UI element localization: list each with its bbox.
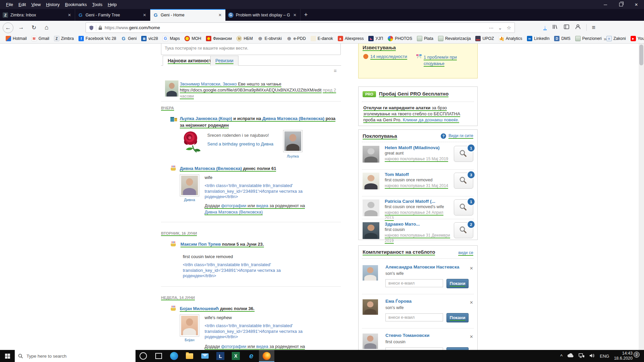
help-icon[interactable]: ? bbox=[441, 133, 446, 139]
taskbar-app-explorer[interactable] bbox=[182, 350, 197, 362]
maximize-button[interactable] bbox=[613, 0, 629, 9]
avatar-stevcho[interactable] bbox=[363, 334, 378, 349]
language-indicator[interactable]: ENG bbox=[600, 354, 609, 359]
avatar-helen[interactable] bbox=[363, 146, 379, 163]
page-actions-icon[interactable]: ⋯ bbox=[489, 25, 494, 31]
post-news-input[interactable] bbox=[161, 44, 340, 55]
minimize-button[interactable] bbox=[598, 0, 613, 9]
account-icon[interactable] bbox=[575, 24, 581, 31]
scrollbar-thumb[interactable] bbox=[639, 45, 643, 65]
dismiss-icon[interactable]: ✕ bbox=[470, 266, 473, 271]
bookmark-maps[interactable]: Maps bbox=[160, 36, 182, 41]
invite-email-input[interactable] bbox=[385, 279, 443, 287]
avatar-tom[interactable] bbox=[363, 173, 379, 189]
bookmark-youtube[interactable]: YouTube bbox=[628, 36, 644, 41]
merge-issues-link[interactable]: 1 проблем/и приспојување bbox=[416, 54, 473, 67]
start-button[interactable] bbox=[0, 350, 15, 362]
tab-close-icon[interactable]: ✕ bbox=[217, 13, 223, 17]
pocket-icon[interactable]: ⌄ bbox=[498, 25, 502, 31]
match-name[interactable]: Tom Matoff bbox=[385, 172, 450, 177]
tab-geni-home-active[interactable]: Geni - Home ✕ bbox=[150, 9, 225, 21]
menu-bookmarks[interactable]: Bookmarks bbox=[62, 1, 90, 8]
bookmark-zimbra[interactable]: Zimbra bbox=[52, 36, 76, 41]
profile-link-divna[interactable]: Дивна Матовска (Велковска) bbox=[205, 209, 263, 215]
invite-button[interactable]: Покани bbox=[446, 313, 469, 322]
home-button[interactable]: ⌂ bbox=[42, 22, 52, 33]
taskbar-search-input[interactable] bbox=[26, 353, 121, 359]
bookmark-gmail[interactable]: Gmail bbox=[29, 36, 52, 41]
dismiss-icon[interactable]: ✕ bbox=[470, 300, 473, 305]
inconsistencies-link[interactable]: ✕ 14 недоследности bbox=[363, 54, 407, 60]
close-button[interactable]: ✕ bbox=[629, 0, 644, 9]
tab-problem-text-display[interactable]: Problem with text display – Gen ✕ bbox=[225, 9, 301, 21]
tab-close-icon[interactable]: ✕ bbox=[67, 13, 72, 17]
profile-link-bojan[interactable]: Бојан Милошевић bbox=[180, 306, 219, 311]
match-review-button[interactable]: 1 bbox=[454, 146, 473, 162]
menu-file[interactable]: File bbox=[3, 1, 16, 8]
tab-latest-activity[interactable]: Најнови активност bbox=[163, 56, 216, 66]
birthday-greeting-link[interactable]: Send a birthday greeting to Дивна bbox=[207, 141, 273, 146]
invite-email-input[interactable] bbox=[385, 313, 443, 321]
add-videos-link[interactable]: видеа bbox=[256, 203, 268, 208]
invite-email-input[interactable] bbox=[385, 348, 443, 350]
photo-frame-ljupka[interactable] bbox=[283, 130, 303, 152]
photo-caption-ljupka[interactable]: Љупка bbox=[283, 154, 303, 158]
bookmark-aliexpress[interactable]: Aliexpress bbox=[335, 36, 366, 41]
match-last-date[interactable]: најново поклопување 31 Декември 2019 bbox=[385, 233, 450, 243]
network-icon[interactable] bbox=[579, 353, 585, 359]
menu-view[interactable]: View bbox=[29, 1, 43, 8]
bookmark-vic28[interactable]: vic28 bbox=[139, 36, 160, 41]
invite-button[interactable]: Покани bbox=[446, 279, 469, 288]
reload-button[interactable]: ↻ bbox=[29, 22, 39, 33]
dismiss-icon[interactable]: ✕ bbox=[470, 334, 473, 339]
task-view-button[interactable] bbox=[151, 350, 166, 362]
hamburger-menu-icon[interactable]: ≡ bbox=[592, 24, 596, 31]
avatar-aleksandra[interactable] bbox=[363, 265, 378, 281]
tab-close-icon[interactable]: ✕ bbox=[142, 13, 147, 17]
invite-button[interactable]: Покани bbox=[446, 347, 469, 350]
sidebar-toggle-icon[interactable] bbox=[564, 24, 570, 31]
bookmark-plata[interactable]: Plata bbox=[415, 36, 436, 41]
add-photos-link[interactable]: фотографии bbox=[221, 203, 246, 208]
bookmark-upoz[interactable]: UPOZ bbox=[473, 36, 496, 41]
menu-edit[interactable]: Edit bbox=[16, 1, 29, 8]
taskbar-app-l[interactable] bbox=[213, 350, 228, 362]
taskbar-clock[interactable]: 14:4318.6.2020 bbox=[614, 351, 633, 361]
url-bar[interactable]: https://www.geni.com/home ⋯ ⌄ ☆ bbox=[86, 22, 515, 33]
match-review-button[interactable]: 1 bbox=[454, 199, 473, 216]
match-last-date[interactable]: најново поклопување 15 Мај 2019 bbox=[385, 156, 450, 162]
bookmarks-overflow-icon[interactable]: » bbox=[604, 34, 606, 44]
bookmark-finansii[interactable]: Финансии bbox=[204, 36, 234, 41]
completeness-see-all-link[interactable]: види се bbox=[458, 250, 473, 255]
menu-history[interactable]: History bbox=[43, 1, 62, 8]
taskbar-app-mail[interactable] bbox=[197, 350, 213, 362]
bookmark-penzioneri[interactable]: Penzioneri bbox=[573, 36, 604, 41]
bookmark-facebook[interactable]: Facebook Vic 28 bbox=[76, 36, 118, 41]
add-photos-link[interactable]: фотографии bbox=[221, 344, 246, 349]
bookmark-nbm[interactable]: НБМ bbox=[234, 36, 255, 41]
match-name[interactable]: Здравко Мато... bbox=[385, 222, 450, 227]
taskbar-app-ie[interactable] bbox=[244, 350, 259, 362]
matches-see-all-link[interactable]: Види ги сите bbox=[448, 133, 473, 139]
bookmark-zakoni[interactable]: Zakoni bbox=[604, 36, 628, 41]
tab-zimbra-inbox[interactable]: Zimbra: Inbox ✕ bbox=[0, 9, 75, 21]
invite-name[interactable]: Ема Ѓорова bbox=[385, 299, 466, 304]
profile-link-maksim[interactable]: Максим Поп Трпев bbox=[180, 242, 221, 247]
profile-link-divna[interactable]: Дивна Матовска (Велковска) bbox=[262, 116, 324, 121]
match-review-button[interactable]: 3 bbox=[454, 173, 473, 189]
new-tab-button[interactable]: + bbox=[301, 9, 311, 21]
bookmark-geni[interactable]: Geni bbox=[118, 36, 139, 41]
volume-icon[interactable] bbox=[589, 353, 595, 359]
profile-link-zvonimir[interactable]: Звонимир Матовски, Звонко bbox=[180, 81, 237, 86]
bookmark-epdd[interactable]: e-PDD bbox=[284, 36, 308, 41]
bookmark-linkedin[interactable]: LinkedIn bbox=[525, 36, 552, 41]
bookmark-mon[interactable]: МОН bbox=[182, 36, 204, 41]
downloads-icon[interactable]: ↓ bbox=[543, 25, 547, 30]
profile-link-divna[interactable]: Дивна Матовска (Велковска) bbox=[180, 166, 242, 171]
bookmark-eobvrski[interactable]: E-obvrski bbox=[255, 36, 284, 41]
taskbar-app-excel[interactable] bbox=[228, 350, 244, 362]
bookmark-dms[interactable]: DMS bbox=[552, 36, 573, 41]
onedrive-icon[interactable] bbox=[567, 353, 574, 359]
match-name[interactable]: Helen Matoff (Miladinova) bbox=[385, 145, 450, 150]
tab-close-icon[interactable]: ✕ bbox=[292, 13, 298, 17]
